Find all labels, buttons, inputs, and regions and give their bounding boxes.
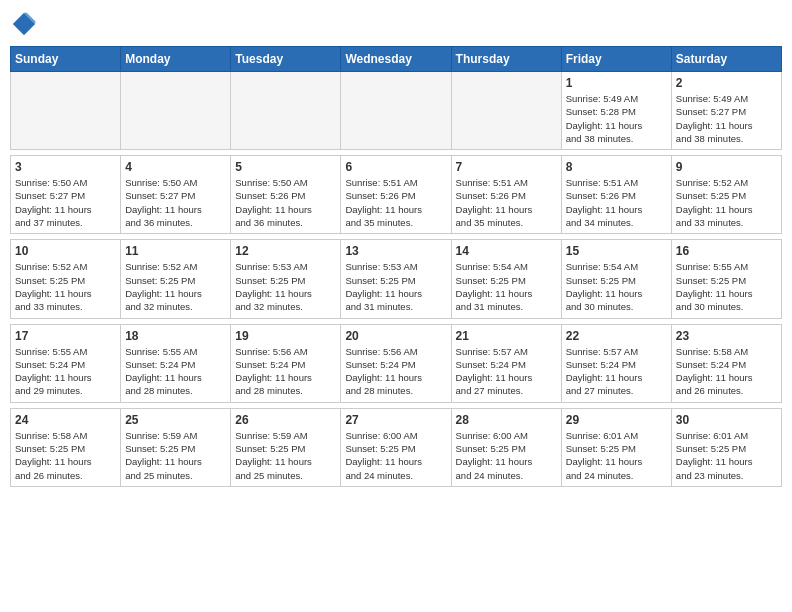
calendar-day: 13Sunrise: 5:53 AM Sunset: 5:25 PM Dayli… <box>341 240 451 318</box>
day-number: 8 <box>566 160 667 174</box>
calendar-day: 20Sunrise: 5:56 AM Sunset: 5:24 PM Dayli… <box>341 324 451 402</box>
weekday-header: Friday <box>561 47 671 72</box>
calendar-day: 28Sunrise: 6:00 AM Sunset: 5:25 PM Dayli… <box>451 408 561 486</box>
calendar-day <box>231 72 341 150</box>
day-info: Sunrise: 5:51 AM Sunset: 5:26 PM Dayligh… <box>456 176 557 229</box>
day-info: Sunrise: 5:54 AM Sunset: 5:25 PM Dayligh… <box>566 260 667 313</box>
day-info: Sunrise: 5:49 AM Sunset: 5:28 PM Dayligh… <box>566 92 667 145</box>
day-info: Sunrise: 5:49 AM Sunset: 5:27 PM Dayligh… <box>676 92 777 145</box>
day-info: Sunrise: 6:00 AM Sunset: 5:25 PM Dayligh… <box>456 429 557 482</box>
calendar-week-row: 17Sunrise: 5:55 AM Sunset: 5:24 PM Dayli… <box>11 324 782 402</box>
logo-icon <box>10 10 38 38</box>
day-number: 10 <box>15 244 116 258</box>
calendar-day: 7Sunrise: 5:51 AM Sunset: 5:26 PM Daylig… <box>451 156 561 234</box>
calendar-day <box>11 72 121 150</box>
calendar-day: 10Sunrise: 5:52 AM Sunset: 5:25 PM Dayli… <box>11 240 121 318</box>
calendar-day: 24Sunrise: 5:58 AM Sunset: 5:25 PM Dayli… <box>11 408 121 486</box>
day-number: 27 <box>345 413 446 427</box>
day-number: 2 <box>676 76 777 90</box>
day-number: 15 <box>566 244 667 258</box>
weekday-header-row: SundayMondayTuesdayWednesdayThursdayFrid… <box>11 47 782 72</box>
day-number: 21 <box>456 329 557 343</box>
logo <box>10 10 42 38</box>
day-number: 6 <box>345 160 446 174</box>
weekday-header: Thursday <box>451 47 561 72</box>
calendar-week-row: 1Sunrise: 5:49 AM Sunset: 5:28 PM Daylig… <box>11 72 782 150</box>
day-info: Sunrise: 5:57 AM Sunset: 5:24 PM Dayligh… <box>566 345 667 398</box>
day-info: Sunrise: 5:51 AM Sunset: 5:26 PM Dayligh… <box>345 176 446 229</box>
weekday-header: Sunday <box>11 47 121 72</box>
calendar-day: 6Sunrise: 5:51 AM Sunset: 5:26 PM Daylig… <box>341 156 451 234</box>
calendar-week-row: 24Sunrise: 5:58 AM Sunset: 5:25 PM Dayli… <box>11 408 782 486</box>
day-number: 5 <box>235 160 336 174</box>
page-container: SundayMondayTuesdayWednesdayThursdayFrid… <box>0 0 792 497</box>
day-info: Sunrise: 5:55 AM Sunset: 5:24 PM Dayligh… <box>125 345 226 398</box>
day-number: 3 <box>15 160 116 174</box>
day-info: Sunrise: 5:59 AM Sunset: 5:25 PM Dayligh… <box>125 429 226 482</box>
calendar-day <box>451 72 561 150</box>
day-info: Sunrise: 6:00 AM Sunset: 5:25 PM Dayligh… <box>345 429 446 482</box>
day-number: 12 <box>235 244 336 258</box>
calendar-day: 15Sunrise: 5:54 AM Sunset: 5:25 PM Dayli… <box>561 240 671 318</box>
day-number: 22 <box>566 329 667 343</box>
day-info: Sunrise: 5:51 AM Sunset: 5:26 PM Dayligh… <box>566 176 667 229</box>
day-number: 13 <box>345 244 446 258</box>
calendar-day: 14Sunrise: 5:54 AM Sunset: 5:25 PM Dayli… <box>451 240 561 318</box>
calendar-day: 23Sunrise: 5:58 AM Sunset: 5:24 PM Dayli… <box>671 324 781 402</box>
day-number: 29 <box>566 413 667 427</box>
calendar-day: 1Sunrise: 5:49 AM Sunset: 5:28 PM Daylig… <box>561 72 671 150</box>
calendar-day: 29Sunrise: 6:01 AM Sunset: 5:25 PM Dayli… <box>561 408 671 486</box>
day-info: Sunrise: 5:53 AM Sunset: 5:25 PM Dayligh… <box>345 260 446 313</box>
header <box>10 10 782 38</box>
day-info: Sunrise: 5:53 AM Sunset: 5:25 PM Dayligh… <box>235 260 336 313</box>
calendar-day: 4Sunrise: 5:50 AM Sunset: 5:27 PM Daylig… <box>121 156 231 234</box>
day-info: Sunrise: 5:58 AM Sunset: 5:25 PM Dayligh… <box>15 429 116 482</box>
day-number: 9 <box>676 160 777 174</box>
day-number: 16 <box>676 244 777 258</box>
day-number: 18 <box>125 329 226 343</box>
weekday-header: Wednesday <box>341 47 451 72</box>
calendar-day <box>121 72 231 150</box>
calendar-day: 22Sunrise: 5:57 AM Sunset: 5:24 PM Dayli… <box>561 324 671 402</box>
calendar-week-row: 10Sunrise: 5:52 AM Sunset: 5:25 PM Dayli… <box>11 240 782 318</box>
calendar-day: 18Sunrise: 5:55 AM Sunset: 5:24 PM Dayli… <box>121 324 231 402</box>
day-number: 23 <box>676 329 777 343</box>
day-info: Sunrise: 5:52 AM Sunset: 5:25 PM Dayligh… <box>125 260 226 313</box>
calendar-week-row: 3Sunrise: 5:50 AM Sunset: 5:27 PM Daylig… <box>11 156 782 234</box>
weekday-header: Monday <box>121 47 231 72</box>
day-info: Sunrise: 5:50 AM Sunset: 5:26 PM Dayligh… <box>235 176 336 229</box>
day-info: Sunrise: 6:01 AM Sunset: 5:25 PM Dayligh… <box>566 429 667 482</box>
calendar-day: 27Sunrise: 6:00 AM Sunset: 5:25 PM Dayli… <box>341 408 451 486</box>
day-info: Sunrise: 5:50 AM Sunset: 5:27 PM Dayligh… <box>125 176 226 229</box>
calendar-day: 11Sunrise: 5:52 AM Sunset: 5:25 PM Dayli… <box>121 240 231 318</box>
weekday-header: Saturday <box>671 47 781 72</box>
calendar-day: 5Sunrise: 5:50 AM Sunset: 5:26 PM Daylig… <box>231 156 341 234</box>
calendar-day: 26Sunrise: 5:59 AM Sunset: 5:25 PM Dayli… <box>231 408 341 486</box>
day-number: 26 <box>235 413 336 427</box>
calendar-day: 16Sunrise: 5:55 AM Sunset: 5:25 PM Dayli… <box>671 240 781 318</box>
day-number: 14 <box>456 244 557 258</box>
day-number: 25 <box>125 413 226 427</box>
calendar-day: 30Sunrise: 6:01 AM Sunset: 5:25 PM Dayli… <box>671 408 781 486</box>
calendar-day: 8Sunrise: 5:51 AM Sunset: 5:26 PM Daylig… <box>561 156 671 234</box>
day-info: Sunrise: 5:55 AM Sunset: 5:25 PM Dayligh… <box>676 260 777 313</box>
day-info: Sunrise: 5:58 AM Sunset: 5:24 PM Dayligh… <box>676 345 777 398</box>
calendar-day: 3Sunrise: 5:50 AM Sunset: 5:27 PM Daylig… <box>11 156 121 234</box>
day-number: 24 <box>15 413 116 427</box>
calendar-day: 19Sunrise: 5:56 AM Sunset: 5:24 PM Dayli… <box>231 324 341 402</box>
day-number: 7 <box>456 160 557 174</box>
day-info: Sunrise: 5:52 AM Sunset: 5:25 PM Dayligh… <box>15 260 116 313</box>
day-number: 19 <box>235 329 336 343</box>
day-info: Sunrise: 5:50 AM Sunset: 5:27 PM Dayligh… <box>15 176 116 229</box>
calendar-day <box>341 72 451 150</box>
day-info: Sunrise: 5:56 AM Sunset: 5:24 PM Dayligh… <box>235 345 336 398</box>
calendar-day: 21Sunrise: 5:57 AM Sunset: 5:24 PM Dayli… <box>451 324 561 402</box>
day-number: 1 <box>566 76 667 90</box>
day-number: 20 <box>345 329 446 343</box>
day-number: 17 <box>15 329 116 343</box>
day-info: Sunrise: 5:55 AM Sunset: 5:24 PM Dayligh… <box>15 345 116 398</box>
calendar-day: 25Sunrise: 5:59 AM Sunset: 5:25 PM Dayli… <box>121 408 231 486</box>
day-info: Sunrise: 5:57 AM Sunset: 5:24 PM Dayligh… <box>456 345 557 398</box>
day-info: Sunrise: 5:59 AM Sunset: 5:25 PM Dayligh… <box>235 429 336 482</box>
weekday-header: Tuesday <box>231 47 341 72</box>
